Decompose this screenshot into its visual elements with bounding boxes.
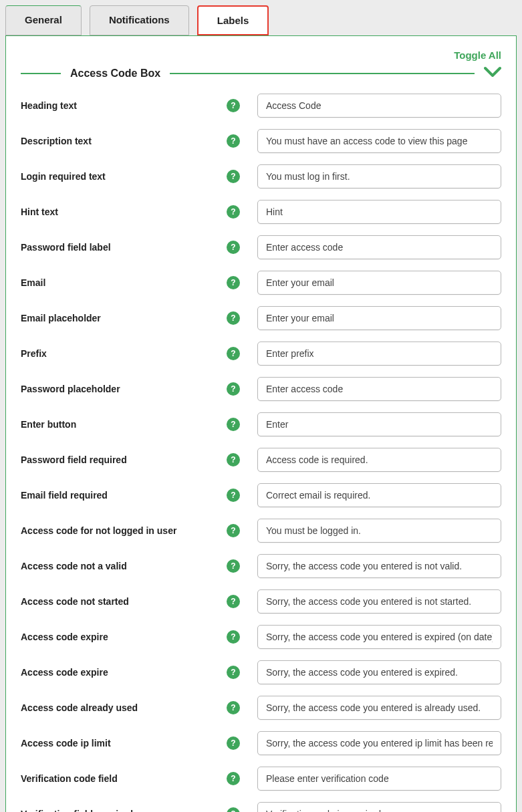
field-row: Email? — [21, 271, 501, 295]
field-label: Access code for not logged in user — [21, 525, 227, 536]
tabs-bar: General Notifications Labels — [0, 0, 522, 35]
field-input[interactable] — [257, 306, 501, 330]
help-icon[interactable]: ? — [227, 134, 240, 148]
field-label: Enter button — [21, 419, 227, 430]
toggle-all-link[interactable]: Toggle All — [454, 49, 501, 61]
field-input[interactable] — [257, 129, 501, 153]
field-input[interactable] — [257, 554, 501, 578]
field-row: Access code already used? — [21, 696, 501, 720]
toggle-row: Toggle All — [21, 48, 501, 62]
field-row: Prefix? — [21, 342, 501, 366]
field-input[interactable] — [257, 200, 501, 224]
help-icon[interactable]: ? — [227, 453, 240, 466]
divider-line — [170, 73, 475, 74]
field-input[interactable] — [257, 483, 501, 507]
field-label: Access code ip limit — [21, 738, 227, 749]
field-input[interactable] — [257, 235, 501, 259]
field-input[interactable] — [257, 802, 501, 812]
field-label: Description text — [21, 136, 227, 146]
help-icon[interactable]: ? — [227, 595, 240, 608]
field-input[interactable] — [257, 519, 501, 543]
field-row: Access code expire? — [21, 660, 501, 684]
field-input[interactable] — [257, 696, 501, 720]
help-icon[interactable]: ? — [227, 311, 240, 325]
help-icon[interactable]: ? — [227, 347, 240, 360]
field-row: Access code expire? — [21, 625, 501, 649]
help-icon[interactable]: ? — [227, 276, 240, 289]
help-icon[interactable]: ? — [227, 772, 240, 785]
field-input[interactable] — [257, 271, 501, 295]
help-icon[interactable]: ? — [227, 99, 240, 112]
field-input[interactable] — [257, 660, 501, 684]
tab-notifications[interactable]: Notifications — [90, 5, 189, 35]
field-input[interactable] — [257, 731, 501, 755]
field-input[interactable] — [257, 448, 501, 472]
field-row: Access code for not logged in user? — [21, 519, 501, 543]
field-input[interactable] — [257, 164, 501, 188]
help-icon[interactable]: ? — [227, 418, 240, 431]
help-icon[interactable]: ? — [227, 630, 240, 644]
field-label: Email — [21, 277, 227, 288]
field-row: Login required text? — [21, 164, 501, 188]
field-label: Access code expire — [21, 632, 227, 642]
help-icon[interactable]: ? — [227, 701, 240, 714]
field-input[interactable] — [257, 94, 501, 118]
field-row: Email placeholder? — [21, 306, 501, 330]
field-label: Password field required — [21, 454, 227, 465]
field-input[interactable] — [257, 412, 501, 436]
help-icon[interactable]: ? — [227, 205, 240, 219]
field-label: Hint text — [21, 207, 227, 217]
chevron-down-icon[interactable] — [484, 66, 501, 80]
help-icon[interactable]: ? — [227, 241, 240, 254]
field-label: Access code not started — [21, 596, 227, 607]
field-label: Prefix — [21, 348, 227, 359]
field-label: Heading text — [21, 100, 227, 111]
help-icon[interactable]: ? — [227, 559, 240, 573]
field-label: Access code already used — [21, 702, 227, 713]
field-row: Description text? — [21, 129, 501, 153]
help-icon[interactable]: ? — [227, 524, 240, 537]
divider-line — [21, 73, 61, 74]
field-input[interactable] — [257, 767, 501, 791]
field-input[interactable] — [257, 377, 501, 401]
field-input[interactable] — [257, 589, 501, 614]
tab-general[interactable]: General — [5, 5, 82, 35]
field-row: Access code ip limit? — [21, 731, 501, 755]
help-icon[interactable]: ? — [227, 170, 240, 183]
field-label: Email field required — [21, 490, 227, 501]
field-row: Verification field required? — [21, 802, 501, 812]
field-row: Access code not a valid? — [21, 554, 501, 578]
tab-labels[interactable]: Labels — [197, 5, 269, 35]
field-label: Password field label — [21, 242, 227, 253]
section-title: Access Code Box — [70, 67, 160, 80]
help-icon[interactable]: ? — [227, 666, 240, 679]
field-row: Hint text? — [21, 200, 501, 224]
field-row: Password placeholder? — [21, 377, 501, 401]
labels-panel: Toggle All Access Code Box Heading text?… — [5, 35, 517, 812]
fields-container: Heading text?Description text?Login requ… — [21, 94, 501, 812]
field-row: Verification code field? — [21, 767, 501, 791]
field-row: Heading text? — [21, 94, 501, 118]
field-label: Login required text — [21, 171, 227, 182]
help-icon[interactable]: ? — [227, 736, 240, 750]
field-label: Password placeholder — [21, 384, 227, 394]
help-icon[interactable]: ? — [227, 489, 240, 502]
field-label: Email placeholder — [21, 313, 227, 323]
field-row: Password field label? — [21, 235, 501, 259]
field-input[interactable] — [257, 625, 501, 649]
help-icon[interactable]: ? — [227, 382, 240, 396]
field-row: Enter button? — [21, 412, 501, 436]
field-input[interactable] — [257, 342, 501, 366]
field-label: Access code not a valid — [21, 561, 227, 571]
field-row: Access code not started? — [21, 589, 501, 614]
help-icon[interactable]: ? — [227, 807, 240, 812]
field-label: Access code expire — [21, 667, 227, 678]
field-row: Password field required? — [21, 448, 501, 472]
field-label: Verification code field — [21, 773, 227, 784]
section-header: Access Code Box — [21, 66, 501, 80]
field-label: Verification field required — [21, 809, 227, 812]
field-row: Email field required? — [21, 483, 501, 507]
